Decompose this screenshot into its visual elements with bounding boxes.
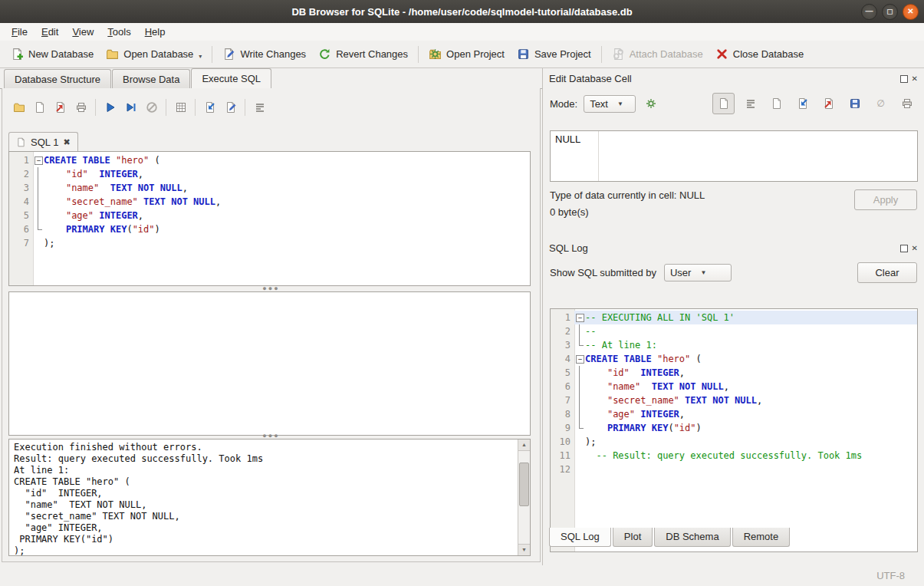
- save-sql-file-button[interactable]: [29, 97, 50, 117]
- toolbar-separator: [245, 99, 245, 116]
- open-project-button[interactable]: Open Project: [423, 44, 511, 64]
- tab-execute-sql[interactable]: Execute SQL: [191, 68, 271, 89]
- menu-item-tools[interactable]: Tools: [100, 24, 137, 40]
- close-dock-icon[interactable]: ✕: [912, 245, 918, 252]
- line-number: 4: [9, 195, 33, 209]
- minimize-button[interactable]: —: [861, 4, 877, 20]
- code-line[interactable]: 6 "name" TEXT NOT NULL,: [551, 380, 917, 393]
- find-replace-icon: [225, 101, 237, 114]
- titlebar[interactable]: DB Browser for SQLite - /home/user/code/…: [0, 0, 924, 24]
- code-line[interactable]: 2 "id" INTEGER,: [9, 167, 530, 181]
- tab-browse-data[interactable]: Browse Data: [112, 69, 190, 88]
- dock-tab-sql-log[interactable]: SQL Log: [549, 528, 611, 547]
- dock-tab-bar: SQL Log Plot DB Schema Remote: [549, 527, 791, 547]
- line-number: 8: [551, 407, 574, 421]
- code-line[interactable]: 3-- At line 1:: [551, 338, 917, 352]
- maximize-button[interactable]: ◻: [882, 4, 898, 20]
- import-sql-button[interactable]: [199, 97, 220, 117]
- open-database-dropdown-icon[interactable]: ▾: [199, 53, 202, 61]
- execution-log-pane[interactable]: Execution finished without errors. Resul…: [8, 439, 531, 556]
- save-sql-file-as-button[interactable]: [50, 97, 71, 117]
- open-database-label: Open Database: [123, 48, 193, 60]
- line-number: 10: [551, 435, 574, 449]
- float-dock-icon[interactable]: [900, 75, 908, 83]
- code-line[interactable]: 4 "secret_name" TEXT NOT NULL,: [9, 195, 530, 209]
- tab-database-structure[interactable]: Database Structure: [4, 69, 111, 88]
- code-line[interactable]: 5 "id" INTEGER,: [551, 366, 917, 380]
- revert-changes-button[interactable]: Revert Changes: [312, 44, 414, 64]
- menu-item-help[interactable]: Help: [138, 24, 173, 40]
- code-line[interactable]: 10);: [551, 435, 917, 449]
- export-cell-button[interactable]: [818, 94, 839, 114]
- close-tab-icon[interactable]: ✖: [63, 137, 70, 147]
- line-number: 4: [551, 352, 574, 366]
- code-line[interactable]: 9 PRIMARY KEY("id"): [551, 421, 917, 435]
- export-results-button[interactable]: [170, 97, 191, 117]
- sql-code-editor[interactable]: 1−CREATE TABLE "hero" (2 "id" INTEGER,3 …: [8, 151, 531, 286]
- open-sql-file-button[interactable]: [8, 97, 29, 117]
- code-line[interactable]: 2--: [551, 324, 917, 338]
- sql-log-title: SQL Log: [549, 242, 588, 254]
- code-line[interactable]: 7);: [9, 236, 530, 250]
- execute-current-line-button[interactable]: [120, 97, 141, 117]
- save-project-button[interactable]: Save Project: [511, 44, 597, 64]
- code-line[interactable]: 7 "secret_name" TEXT NOT NULL,: [551, 393, 917, 407]
- code-line[interactable]: 4−CREATE TABLE "hero" (: [551, 352, 917, 366]
- output-scrollbar[interactable]: ▲ ▼: [518, 440, 530, 555]
- clear-log-button[interactable]: Clear: [857, 262, 917, 283]
- code-line[interactable]: 8 "age" INTEGER,: [551, 407, 917, 421]
- new-database-button[interactable]: New Database: [5, 44, 100, 64]
- close-dock-icon[interactable]: ✕: [912, 75, 918, 83]
- scroll-thumb[interactable]: [519, 463, 529, 506]
- float-dock-icon[interactable]: [900, 245, 908, 252]
- sql-log-dock-header: SQL Log ✕: [543, 240, 924, 256]
- text-mode-button[interactable]: [712, 93, 735, 114]
- close-database-button[interactable]: Close Database: [709, 44, 811, 64]
- code-line[interactable]: 12: [551, 463, 917, 476]
- dock-tab-plot[interactable]: Plot: [613, 528, 653, 547]
- code-line[interactable]: 1−-- EXECUTING ALL IN 'SQL 1': [551, 311, 917, 324]
- mode-combobox[interactable]: Text ▼: [584, 95, 636, 113]
- menu-item-file[interactable]: File: [5, 24, 35, 40]
- code-line[interactable]: 11 -- Result: query executed successfull…: [551, 449, 917, 463]
- dock-tab-remote[interactable]: Remote: [732, 528, 791, 547]
- sql-log-filter-combobox[interactable]: User ▼: [664, 264, 732, 281]
- sql-editor-tab-label: SQL 1: [31, 137, 58, 148]
- code-line[interactable]: 1−CREATE TABLE "hero" (: [9, 153, 530, 167]
- format-sql-icon: [254, 101, 266, 114]
- print-cell-button[interactable]: [896, 94, 917, 114]
- dock-tab-db-schema[interactable]: DB Schema: [654, 528, 730, 547]
- open-database-button[interactable]: Open Database ▾: [100, 44, 208, 64]
- menu-item-view[interactable]: View: [65, 24, 100, 40]
- statusbar: UTF-8: [0, 565, 924, 586]
- revert-changes-label: Revert Changes: [336, 48, 408, 60]
- scroll-up-icon[interactable]: ▲: [518, 440, 530, 451]
- find-replace-button[interactable]: [220, 97, 241, 117]
- fold-marker-icon[interactable]: −: [574, 352, 585, 366]
- toolbar-separator: [95, 99, 96, 116]
- code-line[interactable]: 3 "name" TEXT NOT NULL,: [9, 181, 530, 195]
- sql-log-view[interactable]: 1−-- EXECUTING ALL IN 'SQL 1'2--3-- At l…: [550, 308, 918, 552]
- code-line[interactable]: 6 PRIMARY KEY("id"): [9, 222, 530, 236]
- auto-switch-mode-button[interactable]: [640, 94, 661, 114]
- word-wrap-button[interactable]: [740, 94, 761, 114]
- cell-value-editor[interactable]: NULL: [550, 130, 918, 182]
- menu-item-edit[interactable]: Edit: [35, 24, 65, 40]
- results-grid[interactable]: [8, 291, 531, 436]
- line-number: 6: [551, 380, 574, 393]
- print-sql-button[interactable]: [71, 97, 91, 117]
- format-sql-button[interactable]: [249, 97, 270, 117]
- scroll-down-icon[interactable]: ▼: [518, 544, 530, 555]
- copy-button[interactable]: [766, 94, 787, 114]
- close-button[interactable]: ✕: [903, 4, 919, 20]
- sql-editor-tab[interactable]: SQL 1 ✖: [8, 132, 78, 151]
- code-line[interactable]: 5 "age" INTEGER,: [9, 209, 530, 222]
- code-text: "age" INTEGER,: [44, 209, 143, 222]
- write-changes-button[interactable]: Write Changes: [216, 44, 312, 64]
- execute-all-button[interactable]: [100, 97, 120, 117]
- sql-toolbar: [8, 94, 534, 120]
- save-cell-button[interactable]: [844, 94, 865, 114]
- fold-marker-icon[interactable]: −: [574, 311, 585, 324]
- fold-marker-icon[interactable]: −: [33, 153, 44, 167]
- import-cell-button[interactable]: [792, 94, 813, 114]
